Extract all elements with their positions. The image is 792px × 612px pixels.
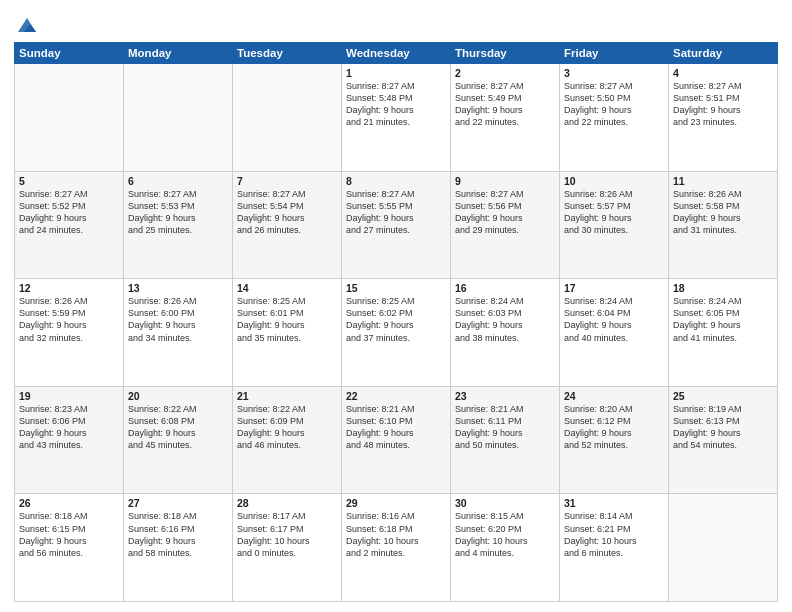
day-number: 25 xyxy=(673,390,773,402)
day-number: 14 xyxy=(237,282,337,294)
day-number: 4 xyxy=(673,67,773,79)
day-number: 13 xyxy=(128,282,228,294)
calendar-week-row: 26Sunrise: 8:18 AM Sunset: 6:15 PM Dayli… xyxy=(15,494,778,602)
day-number: 23 xyxy=(455,390,555,402)
calendar-cell: 28Sunrise: 8:17 AM Sunset: 6:17 PM Dayli… xyxy=(233,494,342,602)
day-number: 28 xyxy=(237,497,337,509)
day-info: Sunrise: 8:21 AM Sunset: 6:11 PM Dayligh… xyxy=(455,403,555,452)
day-info: Sunrise: 8:25 AM Sunset: 6:02 PM Dayligh… xyxy=(346,295,446,344)
day-number: 2 xyxy=(455,67,555,79)
header xyxy=(14,10,778,36)
calendar-cell: 21Sunrise: 8:22 AM Sunset: 6:09 PM Dayli… xyxy=(233,386,342,494)
day-info: Sunrise: 8:16 AM Sunset: 6:18 PM Dayligh… xyxy=(346,510,446,559)
calendar-cell xyxy=(233,64,342,172)
weekday-header-wednesday: Wednesday xyxy=(342,43,451,64)
calendar-cell: 30Sunrise: 8:15 AM Sunset: 6:20 PM Dayli… xyxy=(451,494,560,602)
day-info: Sunrise: 8:22 AM Sunset: 6:09 PM Dayligh… xyxy=(237,403,337,452)
day-info: Sunrise: 8:26 AM Sunset: 5:58 PM Dayligh… xyxy=(673,188,773,237)
logo xyxy=(14,14,38,36)
day-info: Sunrise: 8:26 AM Sunset: 5:59 PM Dayligh… xyxy=(19,295,119,344)
day-info: Sunrise: 8:27 AM Sunset: 5:56 PM Dayligh… xyxy=(455,188,555,237)
calendar-cell: 20Sunrise: 8:22 AM Sunset: 6:08 PM Dayli… xyxy=(124,386,233,494)
day-info: Sunrise: 8:19 AM Sunset: 6:13 PM Dayligh… xyxy=(673,403,773,452)
calendar-cell: 12Sunrise: 8:26 AM Sunset: 5:59 PM Dayli… xyxy=(15,279,124,387)
day-info: Sunrise: 8:27 AM Sunset: 5:48 PM Dayligh… xyxy=(346,80,446,129)
day-info: Sunrise: 8:27 AM Sunset: 5:53 PM Dayligh… xyxy=(128,188,228,237)
day-info: Sunrise: 8:27 AM Sunset: 5:55 PM Dayligh… xyxy=(346,188,446,237)
day-number: 22 xyxy=(346,390,446,402)
day-number: 15 xyxy=(346,282,446,294)
day-number: 26 xyxy=(19,497,119,509)
day-info: Sunrise: 8:27 AM Sunset: 5:51 PM Dayligh… xyxy=(673,80,773,129)
calendar-cell: 8Sunrise: 8:27 AM Sunset: 5:55 PM Daylig… xyxy=(342,171,451,279)
calendar-cell: 5Sunrise: 8:27 AM Sunset: 5:52 PM Daylig… xyxy=(15,171,124,279)
calendar-cell: 14Sunrise: 8:25 AM Sunset: 6:01 PM Dayli… xyxy=(233,279,342,387)
calendar-cell: 22Sunrise: 8:21 AM Sunset: 6:10 PM Dayli… xyxy=(342,386,451,494)
day-info: Sunrise: 8:17 AM Sunset: 6:17 PM Dayligh… xyxy=(237,510,337,559)
day-number: 12 xyxy=(19,282,119,294)
calendar-cell xyxy=(15,64,124,172)
calendar-cell: 7Sunrise: 8:27 AM Sunset: 5:54 PM Daylig… xyxy=(233,171,342,279)
calendar-cell: 15Sunrise: 8:25 AM Sunset: 6:02 PM Dayli… xyxy=(342,279,451,387)
day-info: Sunrise: 8:27 AM Sunset: 5:54 PM Dayligh… xyxy=(237,188,337,237)
day-info: Sunrise: 8:26 AM Sunset: 5:57 PM Dayligh… xyxy=(564,188,664,237)
calendar-cell xyxy=(124,64,233,172)
day-info: Sunrise: 8:27 AM Sunset: 5:49 PM Dayligh… xyxy=(455,80,555,129)
day-info: Sunrise: 8:27 AM Sunset: 5:52 PM Dayligh… xyxy=(19,188,119,237)
day-number: 8 xyxy=(346,175,446,187)
weekday-header-saturday: Saturday xyxy=(669,43,778,64)
calendar-cell: 13Sunrise: 8:26 AM Sunset: 6:00 PM Dayli… xyxy=(124,279,233,387)
day-number: 29 xyxy=(346,497,446,509)
day-info: Sunrise: 8:24 AM Sunset: 6:05 PM Dayligh… xyxy=(673,295,773,344)
day-number: 3 xyxy=(564,67,664,79)
calendar-cell: 9Sunrise: 8:27 AM Sunset: 5:56 PM Daylig… xyxy=(451,171,560,279)
day-number: 5 xyxy=(19,175,119,187)
weekday-header-tuesday: Tuesday xyxy=(233,43,342,64)
calendar-cell: 24Sunrise: 8:20 AM Sunset: 6:12 PM Dayli… xyxy=(560,386,669,494)
day-info: Sunrise: 8:23 AM Sunset: 6:06 PM Dayligh… xyxy=(19,403,119,452)
weekday-header-row: SundayMondayTuesdayWednesdayThursdayFrid… xyxy=(15,43,778,64)
calendar-cell: 23Sunrise: 8:21 AM Sunset: 6:11 PM Dayli… xyxy=(451,386,560,494)
day-number: 9 xyxy=(455,175,555,187)
calendar-cell: 1Sunrise: 8:27 AM Sunset: 5:48 PM Daylig… xyxy=(342,64,451,172)
weekday-header-thursday: Thursday xyxy=(451,43,560,64)
calendar-cell: 19Sunrise: 8:23 AM Sunset: 6:06 PM Dayli… xyxy=(15,386,124,494)
calendar-cell: 6Sunrise: 8:27 AM Sunset: 5:53 PM Daylig… xyxy=(124,171,233,279)
calendar-cell: 4Sunrise: 8:27 AM Sunset: 5:51 PM Daylig… xyxy=(669,64,778,172)
calendar-cell: 3Sunrise: 8:27 AM Sunset: 5:50 PM Daylig… xyxy=(560,64,669,172)
calendar-cell xyxy=(669,494,778,602)
day-info: Sunrise: 8:21 AM Sunset: 6:10 PM Dayligh… xyxy=(346,403,446,452)
day-info: Sunrise: 8:22 AM Sunset: 6:08 PM Dayligh… xyxy=(128,403,228,452)
weekday-header-friday: Friday xyxy=(560,43,669,64)
logo-icon xyxy=(16,14,38,36)
calendar-cell: 31Sunrise: 8:14 AM Sunset: 6:21 PM Dayli… xyxy=(560,494,669,602)
calendar-week-row: 19Sunrise: 8:23 AM Sunset: 6:06 PM Dayli… xyxy=(15,386,778,494)
day-number: 11 xyxy=(673,175,773,187)
day-number: 1 xyxy=(346,67,446,79)
calendar-cell: 11Sunrise: 8:26 AM Sunset: 5:58 PM Dayli… xyxy=(669,171,778,279)
calendar-cell: 2Sunrise: 8:27 AM Sunset: 5:49 PM Daylig… xyxy=(451,64,560,172)
calendar-cell: 27Sunrise: 8:18 AM Sunset: 6:16 PM Dayli… xyxy=(124,494,233,602)
calendar-cell: 10Sunrise: 8:26 AM Sunset: 5:57 PM Dayli… xyxy=(560,171,669,279)
calendar-cell: 16Sunrise: 8:24 AM Sunset: 6:03 PM Dayli… xyxy=(451,279,560,387)
day-number: 17 xyxy=(564,282,664,294)
day-info: Sunrise: 8:15 AM Sunset: 6:20 PM Dayligh… xyxy=(455,510,555,559)
day-number: 7 xyxy=(237,175,337,187)
day-number: 30 xyxy=(455,497,555,509)
calendar-table: SundayMondayTuesdayWednesdayThursdayFrid… xyxy=(14,42,778,602)
calendar-week-row: 5Sunrise: 8:27 AM Sunset: 5:52 PM Daylig… xyxy=(15,171,778,279)
day-info: Sunrise: 8:24 AM Sunset: 6:03 PM Dayligh… xyxy=(455,295,555,344)
calendar-cell: 18Sunrise: 8:24 AM Sunset: 6:05 PM Dayli… xyxy=(669,279,778,387)
day-number: 24 xyxy=(564,390,664,402)
calendar-cell: 25Sunrise: 8:19 AM Sunset: 6:13 PM Dayli… xyxy=(669,386,778,494)
day-info: Sunrise: 8:27 AM Sunset: 5:50 PM Dayligh… xyxy=(564,80,664,129)
calendar-cell: 17Sunrise: 8:24 AM Sunset: 6:04 PM Dayli… xyxy=(560,279,669,387)
weekday-header-monday: Monday xyxy=(124,43,233,64)
day-info: Sunrise: 8:24 AM Sunset: 6:04 PM Dayligh… xyxy=(564,295,664,344)
day-info: Sunrise: 8:14 AM Sunset: 6:21 PM Dayligh… xyxy=(564,510,664,559)
day-info: Sunrise: 8:26 AM Sunset: 6:00 PM Dayligh… xyxy=(128,295,228,344)
day-number: 10 xyxy=(564,175,664,187)
day-number: 6 xyxy=(128,175,228,187)
day-number: 18 xyxy=(673,282,773,294)
day-number: 20 xyxy=(128,390,228,402)
